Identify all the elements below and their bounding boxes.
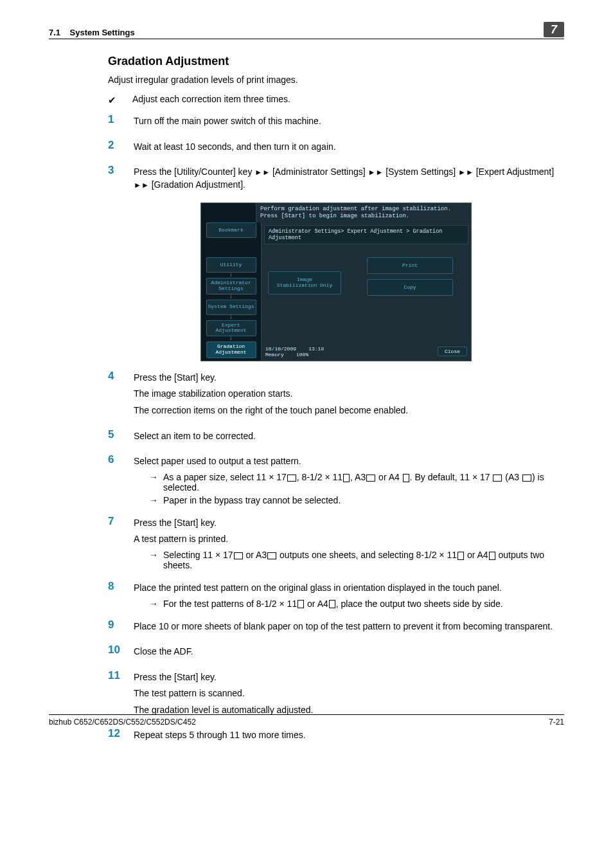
step-text: The test pattern is scanned. bbox=[134, 687, 564, 700]
tp-close-button[interactable]: Close bbox=[438, 347, 467, 356]
tp-sidebar-utility[interactable]: Utility bbox=[206, 257, 256, 273]
page-header: 7.1 System Settings 7 bbox=[49, 22, 564, 39]
nav-arrow-icon: ►► bbox=[254, 168, 270, 177]
step-text: Press the [Utility/Counter] key ►► [Admi… bbox=[134, 166, 564, 191]
step-text: Place the printed test pattern on the or… bbox=[134, 582, 564, 595]
step-text: The correction items on the right of the… bbox=[134, 404, 564, 417]
section-number: 7.1 bbox=[49, 28, 60, 37]
step-7: 7 Press the [Start] key. A test pattern … bbox=[108, 516, 564, 573]
tp-sidebar-system-settings[interactable]: System Settings bbox=[206, 300, 256, 315]
tp-copy-button[interactable]: Copy bbox=[367, 279, 453, 296]
tp-bookmark-button[interactable]: Bookmark bbox=[206, 222, 256, 238]
step-text: Repeat steps 5 through 11 two more times… bbox=[134, 729, 564, 742]
step-number: 11 bbox=[108, 670, 123, 682]
step-number: 2 bbox=[108, 140, 123, 152]
step-text: The image stabilization operation starts… bbox=[134, 388, 564, 401]
page-title: Gradation Adjustment bbox=[108, 55, 564, 68]
chapter-number: 7 bbox=[551, 23, 557, 37]
step-number: 4 bbox=[108, 370, 123, 383]
step-number: 12 bbox=[108, 728, 123, 740]
step-number: 9 bbox=[108, 619, 123, 631]
arrow-icon: → bbox=[149, 599, 158, 609]
step-text: Close the ADF. bbox=[134, 646, 564, 658]
tp-memory-value: 100% bbox=[296, 352, 308, 357]
nav-part: [Gradation Adjustment]. bbox=[152, 179, 245, 190]
check-note-row: ✔ Adjust each correction item three time… bbox=[108, 94, 564, 105]
tp-footer-info: 10/10/2009 13:18 Memory 100% bbox=[265, 346, 324, 357]
arrow-icon: → bbox=[149, 472, 158, 482]
step-text: Press the [Start] key. bbox=[134, 671, 564, 684]
step-5: 5 Select an item to be corrected. bbox=[108, 429, 564, 447]
tp-status-line1: Perform gradation adjustment after image… bbox=[260, 206, 467, 213]
step-4: 4 Press the [Start] key. The image stabi… bbox=[108, 370, 564, 421]
step-number: 1 bbox=[108, 114, 123, 126]
step-6: 6 Select paper used to output a test pat… bbox=[108, 454, 564, 508]
page-footer: bizhub C652/C652DS/C552/C552DS/C452 7-21 bbox=[49, 714, 564, 727]
tp-status-bar: Perform gradation adjustment after image… bbox=[201, 203, 471, 222]
sub-text: For the test patterns of 8-1/2 × 11 or A… bbox=[163, 599, 503, 609]
checkmark-icon: ✔ bbox=[108, 94, 120, 105]
tp-sidebar-expert-adjustment[interactable]: Expert Adjustment bbox=[206, 320, 256, 337]
sub-text: Selecting 11 × 17 or A3 outputs one shee… bbox=[163, 550, 564, 570]
tp-status-line2: Press [Start] to begin image stabilizati… bbox=[260, 213, 467, 220]
section-title: System Settings bbox=[70, 28, 135, 37]
tp-memory-label: Memory bbox=[265, 352, 284, 357]
header-section-label: 7.1 System Settings bbox=[49, 28, 135, 37]
arrow-icon: → bbox=[149, 495, 158, 505]
step-2: 2 Wait at least 10 seconds, and then tur… bbox=[108, 140, 564, 158]
sub-text: As a paper size, select 11 × 17, 8-1/2 ×… bbox=[163, 472, 564, 493]
footer-page-number: 7-21 bbox=[549, 718, 564, 727]
nav-arrow-icon: ►► bbox=[134, 181, 149, 190]
tp-time: 13:18 bbox=[308, 346, 324, 352]
nav-arrow-icon: ►► bbox=[458, 168, 474, 177]
step-10: 10 Close the ADF. bbox=[108, 644, 564, 662]
intro-text: Adjust irregular gradation levels of pri… bbox=[108, 75, 564, 85]
tp-date: 10/10/2009 bbox=[265, 346, 296, 352]
step-number: 8 bbox=[108, 581, 123, 593]
step-text: Press the [Start] key. bbox=[134, 517, 564, 530]
step-text: Place 10 or more sheets of blank paper o… bbox=[134, 620, 564, 633]
tp-breadcrumb: Administrator Settings> Expert Adjustmen… bbox=[264, 225, 468, 244]
arrow-icon: → bbox=[149, 550, 158, 560]
touchpanel: Perform gradation adjustment after image… bbox=[200, 203, 472, 361]
tp-sidebar: Bookmark Utility ↓ Administrator Setting… bbox=[201, 222, 262, 361]
step-text: Press the [Start] key. bbox=[134, 372, 564, 384]
step-8: 8 Place the printed test pattern on the … bbox=[108, 581, 564, 611]
step-number: 10 bbox=[108, 644, 123, 656]
step-number: 3 bbox=[108, 165, 123, 177]
step-text: Wait at least 10 seconds, and then turn … bbox=[134, 141, 564, 154]
check-note-text: Adjust each correction item three times. bbox=[125, 94, 564, 104]
tp-sidebar-gradation-adjustment[interactable]: Gradation Adjustment bbox=[206, 341, 256, 358]
step-number: 6 bbox=[108, 454, 123, 466]
nav-part: [Administrator Settings] bbox=[272, 167, 366, 177]
step-number: 5 bbox=[108, 429, 123, 441]
nav-arrow-icon: ►► bbox=[368, 168, 384, 177]
touchpanel-screenshot: Perform gradation adjustment after image… bbox=[108, 203, 564, 361]
step-12: 12 Repeat steps 5 through 11 two more ti… bbox=[108, 728, 564, 746]
step-3: 3 Press the [Utility/Counter] key ►► [Ad… bbox=[108, 165, 564, 195]
chapter-badge: 7 bbox=[544, 22, 564, 37]
step-text: Select paper used to output a test patte… bbox=[134, 455, 564, 468]
nav-prefix: Press the [Utility/Counter] key bbox=[134, 167, 254, 177]
step-text: Turn off the main power switch of this m… bbox=[134, 115, 564, 128]
nav-part: [System Settings] bbox=[386, 167, 456, 177]
sub-text: Paper in the bypass tray cannot be selec… bbox=[163, 495, 341, 505]
step-9: 9 Place 10 or more sheets of blank paper… bbox=[108, 619, 564, 637]
step-number: 7 bbox=[108, 516, 123, 528]
tp-image-stabilization-button[interactable]: Image Stabilization Only bbox=[268, 271, 341, 294]
step-text: Select an item to be corrected. bbox=[134, 430, 564, 443]
footer-model: bizhub C652/C652DS/C552/C552DS/C452 bbox=[49, 718, 196, 727]
nav-part: [Expert Adjustment] bbox=[476, 167, 554, 177]
tp-sidebar-admin-settings[interactable]: Administrator Settings bbox=[206, 278, 256, 294]
step-11: 11 Press the [Start] key. The test patte… bbox=[108, 670, 564, 721]
step-1: 1 Turn off the main power switch of this… bbox=[108, 114, 564, 132]
step-text: A test pattern is printed. bbox=[134, 533, 564, 546]
tp-print-button[interactable]: Print bbox=[367, 257, 453, 274]
